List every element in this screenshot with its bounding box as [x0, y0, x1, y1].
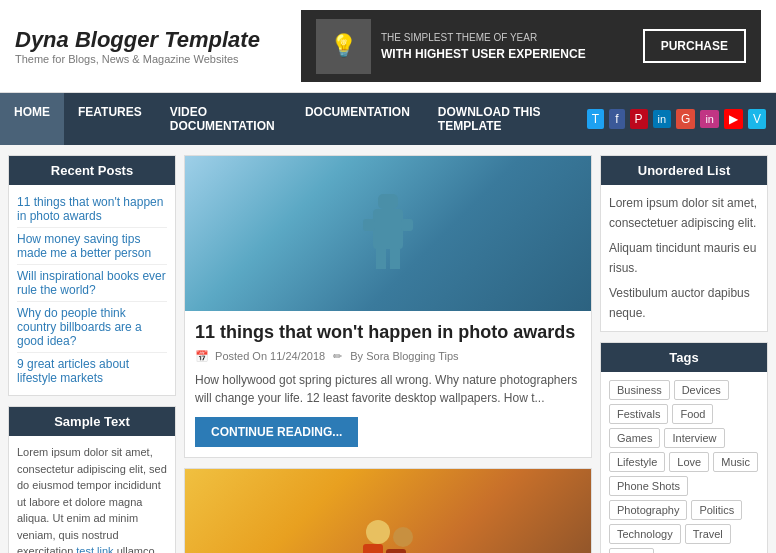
tag-travel[interactable]: Travel [685, 524, 731, 544]
sidebar-right: Unordered List Lorem ipsum dolor sit ame… [600, 155, 768, 553]
sample-text-title: Sample Text [9, 407, 175, 436]
tags-widget: Tags Business Devices Festivals Food Gam… [600, 342, 768, 553]
tags-container: Business Devices Festivals Food Games In… [601, 372, 767, 553]
ul-item-2: Aliquam tincidunt mauris eu risus. [609, 238, 759, 279]
article-1-continue-btn[interactable]: CONTINUE READING... [195, 417, 358, 447]
svg-rect-0 [378, 194, 398, 209]
svg-rect-4 [376, 249, 386, 269]
main-layout: Recent Posts 11 things that won't happen… [0, 145, 776, 553]
recent-posts-widget: Recent Posts 11 things that won't happen… [8, 155, 176, 396]
tag-love[interactable]: Love [669, 452, 709, 472]
banner-main-line: WITH HIGHEST USER EXPERIENCE [381, 45, 633, 63]
sample-text-content: Lorem ipsum dolor sit amet, consectetur … [9, 436, 175, 553]
tag-games[interactable]: Games [609, 428, 660, 448]
nav-item-documentation[interactable]: DOCUMENTATION [291, 93, 424, 145]
recent-post-item[interactable]: 9 great articles about lifestyle markets [17, 353, 167, 389]
twitter-icon[interactable]: T [587, 109, 604, 129]
article-1-excerpt: How hollywood got spring pictures all wr… [195, 371, 581, 407]
svg-rect-9 [386, 549, 406, 553]
linkedin-icon[interactable]: in [653, 110, 672, 128]
recent-posts-title: Recent Posts [9, 156, 175, 185]
vimeo-icon[interactable]: V [748, 109, 766, 129]
banner-text: THE SIMPLEST THEME OF YEAR WITH HIGHEST … [381, 30, 633, 63]
sample-text-p1: Lorem ipsum dolor sit amet, consectetur … [17, 444, 167, 553]
article-1-date: Posted On 11/24/2018 [215, 350, 325, 362]
article-1-img-icon [358, 184, 418, 284]
svg-rect-3 [401, 219, 413, 231]
nav-item-features[interactable]: FEATURES [64, 93, 156, 145]
ul-item-1: Lorem ipsum dolor sit amet, consectetuer… [609, 193, 759, 234]
recent-post-item[interactable]: 11 things that won't happen in photo awa… [17, 191, 167, 228]
article-1-image [185, 156, 591, 311]
tag-business[interactable]: Business [609, 380, 670, 400]
tag-photography[interactable]: Photography [609, 500, 687, 520]
navigation: HOME FEATURES VIDEO DOCUMENTATION DOCUME… [0, 93, 776, 145]
tag-politics[interactable]: Politics [691, 500, 742, 520]
article-2-image [185, 469, 591, 553]
sidebar-left: Recent Posts 11 things that won't happen… [8, 155, 176, 553]
ul-item-3: Vestibulum auctor dapibus neque. [609, 283, 759, 324]
svg-rect-8 [363, 544, 383, 553]
site-subtitle: Theme for Blogs, News & Magazine Website… [15, 53, 260, 65]
svg-point-6 [366, 520, 390, 544]
banner-top-line: THE SIMPLEST THEME OF YEAR [381, 30, 633, 45]
article-1-author-sep: ✏ [333, 350, 342, 362]
tag-festivals[interactable]: Festivals [609, 404, 668, 424]
lamp-decoration: 💡 [316, 19, 371, 74]
site-title: Dyna Blogger Template [15, 27, 260, 53]
tag-food[interactable]: Food [672, 404, 713, 424]
recent-post-item[interactable]: How money saving tips made me a better p… [17, 228, 167, 265]
test-link[interactable]: test link [76, 545, 113, 553]
article-2: How money saving tips made me a better p… [184, 468, 592, 553]
recent-posts-list: 11 things that won't happen in photo awa… [9, 185, 175, 395]
header: Dyna Blogger Template Theme for Blogs, N… [0, 0, 776, 93]
svg-point-7 [393, 527, 413, 547]
tag-phone-shots[interactable]: Phone Shots [609, 476, 688, 496]
unordered-list-widget: Unordered List Lorem ipsum dolor sit ame… [600, 155, 768, 332]
youtube-icon[interactable]: ▶ [724, 109, 743, 129]
pinterest-icon[interactable]: P [630, 109, 648, 129]
tag-lifestyle[interactable]: Lifestyle [609, 452, 665, 472]
social-icons: T f P in G in ▶ V [577, 109, 776, 129]
unordered-list-title: Unordered List [601, 156, 767, 185]
tag-music[interactable]: Music [713, 452, 758, 472]
instagram-icon[interactable]: in [700, 110, 719, 128]
unordered-list-content: Lorem ipsum dolor sit amet, consectetuer… [601, 185, 767, 331]
article-1-title: 11 things that won't happen in photo awa… [195, 321, 581, 344]
tags-title: Tags [601, 343, 767, 372]
tag-technology[interactable]: Technology [609, 524, 681, 544]
header-banner: 💡 THE SIMPLEST THEME OF YEAR WITH HIGHES… [301, 10, 761, 82]
svg-rect-2 [363, 219, 375, 231]
recent-post-item[interactable]: Will inspirational books ever rule the w… [17, 265, 167, 302]
logo: Dyna Blogger Template Theme for Blogs, N… [15, 27, 260, 65]
facebook-icon[interactable]: f [609, 109, 624, 129]
nav-item-home[interactable]: HOME [0, 93, 64, 145]
google-icon[interactable]: G [676, 109, 695, 129]
tag-interview[interactable]: Interview [664, 428, 724, 448]
nav-item-video-doc[interactable]: VIDEO DOCUMENTATION [156, 93, 291, 145]
article-1: 11 things that won't happen in photo awa… [184, 155, 592, 458]
article-2-img-icon [348, 507, 428, 553]
recent-post-item[interactable]: Why do people think country billboards a… [17, 302, 167, 353]
svg-rect-1 [373, 209, 403, 249]
article-1-body: 11 things that won't happen in photo awa… [185, 311, 591, 457]
tag-devices[interactable]: Devices [674, 380, 729, 400]
article-1-meta: 📅 Posted On 11/24/2018 ✏ By Sora Bloggin… [195, 350, 581, 363]
main-content: 11 things that won't happen in photo awa… [184, 155, 592, 553]
sample-text-widget: Sample Text Lorem ipsum dolor sit amet, … [8, 406, 176, 553]
article-1-author: By Sora Blogging Tips [350, 350, 458, 362]
nav-items: HOME FEATURES VIDEO DOCUMENTATION DOCUME… [0, 93, 577, 145]
svg-rect-5 [390, 249, 400, 269]
tag-world[interactable]: World [609, 548, 654, 553]
calendar-icon: 📅 [195, 350, 209, 362]
purchase-button[interactable]: PURCHASE [643, 29, 746, 63]
nav-item-download[interactable]: DOWNLOAD THIS TEMPLATE [424, 93, 577, 145]
